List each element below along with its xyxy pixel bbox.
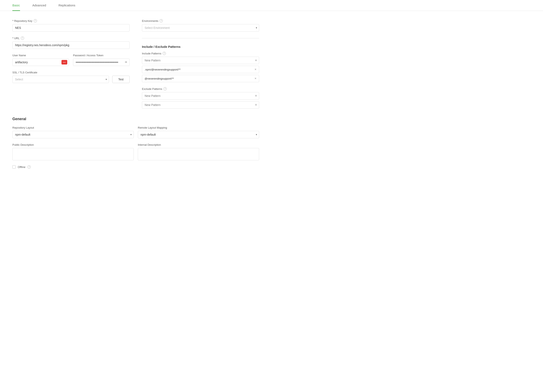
include-pattern-add-button[interactable]: + bbox=[255, 59, 257, 62]
url-help-icon[interactable]: ? bbox=[21, 37, 24, 40]
ssl-group: SSL / TLS Certificate Select ▾ Test bbox=[12, 71, 130, 83]
left-column: * Repository Key ? * URL ? User Name bbox=[12, 19, 130, 109]
include-tag-2-remove-button[interactable]: × bbox=[255, 77, 256, 80]
repo-key-label: * Repository Key ? bbox=[12, 19, 130, 22]
repo-key-group: * Repository Key ? bbox=[12, 19, 130, 32]
url-input[interactable] bbox=[12, 41, 130, 49]
password-input-wrapper: 👁 bbox=[73, 59, 130, 66]
include-patterns-section: Include Patterns ? + .npm/@neverendingsu… bbox=[142, 52, 259, 82]
include-exclude-title: Include / Exclude Patterns bbox=[142, 45, 259, 49]
page-content: * Repository Key ? * URL ? User Name bbox=[0, 11, 272, 177]
exclude-pattern-input-row-2: + bbox=[142, 101, 259, 109]
tab-replications[interactable]: Replications bbox=[58, 0, 75, 11]
exclude-pattern-input-row-1: + bbox=[142, 92, 259, 99]
include-tag-1: .npm/@neverendingsupport/** × bbox=[142, 66, 259, 73]
remote-layout-label: Remote Layout Mapping bbox=[138, 126, 259, 129]
credentials-row: User Name ••• Password / Access Token bbox=[12, 54, 130, 66]
password-label: Password / Access Token bbox=[73, 54, 130, 57]
include-pattern-input[interactable] bbox=[142, 57, 259, 64]
test-button[interactable]: Test bbox=[112, 76, 130, 83]
divider-1 bbox=[142, 38, 259, 38]
offline-label: Offline bbox=[18, 166, 25, 169]
repo-key-input[interactable] bbox=[12, 24, 130, 32]
exclude-pattern-input-1[interactable] bbox=[142, 92, 259, 99]
dots-icon: ••• bbox=[63, 61, 66, 63]
exclude-patterns-section: Exclude Patterns ? + + bbox=[142, 87, 259, 109]
environments-select-field: Select Environment ▾ bbox=[142, 24, 259, 32]
include-tag-1-value: .npm/@neverendingsupport/** bbox=[145, 68, 181, 71]
offline-checkbox[interactable] bbox=[12, 165, 16, 169]
exclude-patterns-help-icon[interactable]: ? bbox=[163, 87, 167, 90]
exclude-pattern-add-button-1[interactable]: + bbox=[255, 94, 257, 98]
ssl-select[interactable]: Select bbox=[12, 76, 109, 83]
password-group: Password / Access Token 👁 bbox=[73, 54, 130, 66]
remote-layout-select-field: npm-default ▾ bbox=[138, 131, 259, 138]
url-group: * URL ? bbox=[12, 37, 130, 49]
eye-icon[interactable]: 👁 bbox=[124, 61, 128, 64]
patterns-group: Include / Exclude Patterns Include Patte… bbox=[142, 45, 259, 109]
internal-desc-group: Internal Description bbox=[138, 143, 259, 160]
repo-layout-select-field: npm-default ▾ bbox=[12, 131, 134, 138]
exclude-pattern-input-2[interactable] bbox=[142, 101, 259, 109]
username-action-button[interactable]: ••• bbox=[62, 60, 67, 65]
url-label: * URL ? bbox=[12, 37, 130, 40]
general-title: General bbox=[12, 117, 259, 121]
include-tag-1-remove-button[interactable]: × bbox=[255, 68, 256, 71]
environments-group: Environments ? Select Environment ▾ bbox=[142, 19, 259, 32]
remote-layout-select[interactable]: npm-default bbox=[138, 131, 259, 138]
ssl-label: SSL / TLS Certificate bbox=[12, 71, 130, 74]
description-fields-row: Public Description Internal Description bbox=[12, 143, 259, 160]
exclude-patterns-label: Exclude Patterns ? bbox=[142, 87, 259, 90]
ssl-row: Select ▾ Test bbox=[12, 76, 130, 83]
environments-label: Environments ? bbox=[142, 19, 259, 22]
repo-layout-select[interactable]: npm-default bbox=[12, 131, 134, 138]
offline-help-icon[interactable]: ? bbox=[28, 165, 31, 169]
include-tag-2-value: @neverendingsupport/** bbox=[145, 77, 174, 80]
username-input-wrapper: ••• bbox=[12, 59, 69, 66]
general-section: General Repository Layout npm-default ▾ … bbox=[12, 117, 259, 169]
layout-fields-row: Repository Layout npm-default ▾ Remote L… bbox=[12, 126, 259, 138]
include-pattern-input-row: + bbox=[142, 57, 259, 64]
include-patterns-label: Include Patterns ? bbox=[142, 52, 259, 55]
include-tag-2: @neverendingsupport/** × bbox=[142, 75, 259, 82]
include-patterns-help-icon[interactable]: ? bbox=[163, 52, 166, 55]
internal-desc-textarea[interactable] bbox=[138, 148, 259, 160]
password-input[interactable] bbox=[73, 59, 130, 66]
username-group: User Name ••• bbox=[12, 54, 69, 66]
public-desc-label: Public Description bbox=[12, 143, 134, 146]
tabs-bar: Basic Advanced Replications bbox=[0, 0, 543, 11]
right-column: Environments ? Select Environment ▾ Incl… bbox=[142, 19, 259, 109]
internal-desc-label: Internal Description bbox=[138, 143, 259, 146]
repo-layout-label: Repository Layout bbox=[12, 126, 134, 129]
main-two-col: * Repository Key ? * URL ? User Name bbox=[12, 19, 259, 109]
offline-row: Offline ? bbox=[12, 165, 259, 169]
environments-help-icon[interactable]: ? bbox=[159, 19, 163, 22]
exclude-pattern-add-button-2[interactable]: + bbox=[255, 103, 257, 107]
ssl-select-field: Select ▾ bbox=[12, 76, 109, 83]
repo-layout-group: Repository Layout npm-default ▾ bbox=[12, 126, 134, 138]
public-desc-textarea[interactable] bbox=[12, 148, 134, 160]
username-input[interactable] bbox=[12, 59, 69, 66]
public-desc-group: Public Description bbox=[12, 143, 134, 160]
username-label: User Name bbox=[12, 54, 69, 57]
environments-select[interactable]: Select Environment bbox=[142, 24, 259, 32]
remote-layout-group: Remote Layout Mapping npm-default ▾ bbox=[138, 126, 259, 138]
tab-advanced[interactable]: Advanced bbox=[32, 0, 46, 11]
repo-key-help-icon[interactable]: ? bbox=[34, 19, 37, 22]
tab-basic[interactable]: Basic bbox=[12, 0, 20, 11]
